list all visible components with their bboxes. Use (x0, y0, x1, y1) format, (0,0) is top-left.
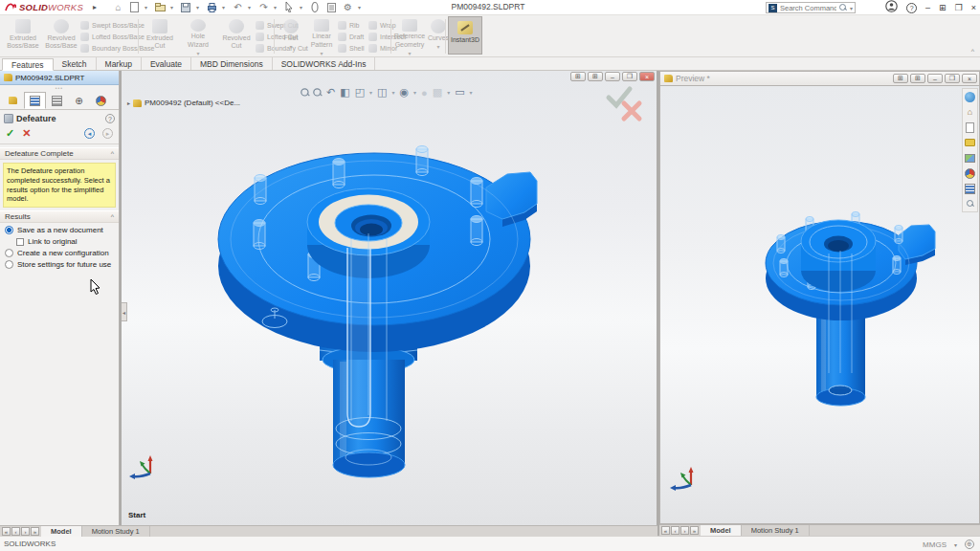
undo-caret-icon[interactable]: ▾ (248, 4, 254, 11)
previous-view-icon[interactable]: ↶ (326, 86, 335, 99)
view-settings-caret-icon[interactable]: ▾ (470, 89, 473, 96)
tab-display-manager[interactable] (90, 92, 112, 109)
instant3d-button[interactable]: Instant3D (448, 16, 482, 55)
shell-button[interactable]: Shell (338, 43, 368, 54)
tab-sketch[interactable]: Sketch (54, 57, 97, 70)
options-gear-icon[interactable]: ⚙ (342, 1, 354, 13)
close-icon[interactable]: × (971, 3, 976, 12)
results-header[interactable]: Results ^ (0, 210, 119, 223)
status-globe-icon[interactable]: ⊕ (965, 540, 974, 549)
reference-geometry-caret-icon[interactable]: ▾ (408, 50, 411, 56)
tab-features[interactable]: Features (2, 58, 54, 71)
next-tab-icon[interactable]: › (21, 527, 30, 536)
radio-save-new-document[interactable] (5, 226, 13, 234)
edit-appearance-icon[interactable]: ● (421, 87, 428, 99)
tab-motion-study[interactable]: Motion Study 1 (82, 526, 150, 537)
revolved-cut-button[interactable]: RevolvedCut (217, 16, 256, 56)
hole-wizard-caret-icon[interactable]: ▾ (196, 50, 199, 56)
radio-new-configuration[interactable] (5, 249, 13, 257)
previous-step-button[interactable]: ◂ (84, 128, 95, 139)
radio-store-settings[interactable] (5, 260, 13, 269)
preview-center-boss[interactable] (801, 220, 876, 292)
restore-pane-icon[interactable]: ❐ (945, 74, 960, 83)
units-caret-icon[interactable]: ▾ (954, 541, 957, 548)
cancel-button[interactable]: ✕ (22, 127, 31, 140)
collapse-icon[interactable]: ^ (111, 150, 114, 157)
option-store-settings[interactable]: Store settings for future use (0, 257, 119, 269)
model-3d[interactable] (122, 71, 657, 525)
tile-horizontal-icon[interactable]: ⊞ (893, 74, 908, 83)
layout-icon[interactable]: ⊞ (939, 3, 947, 12)
flyout-feature-tree[interactable]: ▸ PM009492 (Default) <<De... (127, 99, 240, 107)
menu-expand-icon[interactable]: ▸ (93, 3, 97, 11)
design-library-icon[interactable] (965, 137, 976, 148)
close-pane-icon[interactable]: × (639, 72, 655, 81)
rib-button[interactable]: Rib (338, 20, 368, 31)
revolved-boss-button[interactable]: RevolvedBoss/Base (42, 16, 80, 56)
linear-pattern-caret-icon[interactable]: ▾ (320, 50, 323, 56)
hide-show-items-icon[interactable]: ◉ (399, 86, 409, 99)
close-pane-icon[interactable]: × (962, 74, 977, 83)
options-caret-icon[interactable]: ▾ (358, 4, 364, 11)
confirm-cancel-icon[interactable] (624, 103, 639, 119)
preview-graphics-area[interactable]: ⌂ (659, 86, 980, 524)
preview-header[interactable]: Preview * ⊞ ⊞ – ❐ × (659, 71, 980, 86)
next-tab-icon[interactable]: › (680, 526, 689, 535)
home-icon[interactable]: ⌂ (965, 106, 976, 118)
linear-pattern-button[interactable]: LinearPattern▾ (305, 16, 338, 56)
pm-help-icon[interactable]: ? (105, 114, 115, 123)
section-view-icon[interactable]: ◧ (340, 86, 349, 99)
preview-model-3d[interactable] (660, 86, 980, 524)
save-icon[interactable] (180, 1, 192, 13)
first-tab-icon[interactable]: « (661, 526, 670, 535)
tab-model[interactable]: Model (41, 526, 82, 537)
hole-wizard-button[interactable]: HoleWizard▾ (179, 16, 217, 56)
reference-geometry-button[interactable]: ReferenceGeometry▾ (393, 16, 426, 56)
search-input[interactable] (780, 4, 836, 12)
last-tab-icon[interactable]: » (31, 527, 39, 536)
ok-button[interactable]: ✓ (6, 127, 14, 140)
option-save-new-document[interactable]: Save as a new document (0, 223, 119, 234)
apply-scene-icon[interactable]: ▩ (433, 86, 442, 99)
rebuild-icon[interactable] (309, 1, 322, 13)
tile-vertical-icon[interactable]: ⊞ (588, 72, 603, 81)
tab-dimxpert-manager[interactable]: ⊕ (68, 92, 90, 109)
collapse-icon[interactable]: ^ (111, 213, 114, 220)
appearances-icon[interactable] (965, 167, 976, 179)
tab-property-manager[interactable] (24, 92, 46, 109)
new-caret-icon[interactable]: ▾ (145, 4, 150, 11)
undo-icon[interactable]: ↶ (232, 1, 244, 13)
tab-configuration-manager[interactable] (46, 92, 68, 109)
tab-mbd-dimensions[interactable]: MBD Dimensions (191, 57, 273, 70)
forum-icon[interactable] (965, 198, 976, 209)
restore-icon[interactable]: ❐ (955, 3, 963, 12)
redo-icon[interactable]: ↷ (257, 1, 270, 13)
select-icon[interactable] (283, 1, 296, 13)
save-caret-icon[interactable]: ▾ (196, 4, 202, 11)
view-orientation-caret-icon[interactable]: ▾ (369, 89, 372, 96)
display-style-icon[interactable]: ◫ (377, 86, 387, 99)
first-tab-icon[interactable]: « (2, 527, 11, 536)
minimize-pane-icon[interactable]: – (605, 72, 620, 81)
last-tab-icon[interactable]: » (690, 526, 699, 535)
search-icon[interactable] (839, 4, 847, 11)
print-caret-icon[interactable]: ▾ (222, 4, 228, 11)
scene-caret-icon[interactable]: ▾ (447, 89, 450, 96)
file-properties-icon[interactable] (325, 1, 338, 13)
help-icon[interactable]: ? (906, 3, 917, 13)
prev-tab-icon[interactable]: ‹ (671, 526, 679, 535)
zoom-fit-icon[interactable] (301, 88, 310, 98)
tab-markup[interactable]: Markup (97, 57, 142, 70)
option-link-to-original[interactable]: Link to original (0, 234, 119, 246)
view-palette-icon[interactable] (965, 152, 976, 164)
curves-caret-icon[interactable]: ▾ (436, 43, 439, 50)
next-step-button[interactable]: ▸ (102, 128, 113, 139)
home-icon[interactable]: ⌂ (112, 1, 124, 13)
tab-motion-study[interactable]: Motion Study 1 (742, 525, 810, 536)
units-label[interactable]: MMGS (923, 540, 947, 549)
prev-tab-icon[interactable]: ‹ (11, 527, 20, 536)
draft-button[interactable]: Draft (338, 32, 368, 42)
fillet-button[interactable]: Fillet▾ (277, 16, 305, 56)
confirmation-corner[interactable] (601, 82, 647, 122)
search-commands-box[interactable]: S ▾ (766, 2, 856, 13)
